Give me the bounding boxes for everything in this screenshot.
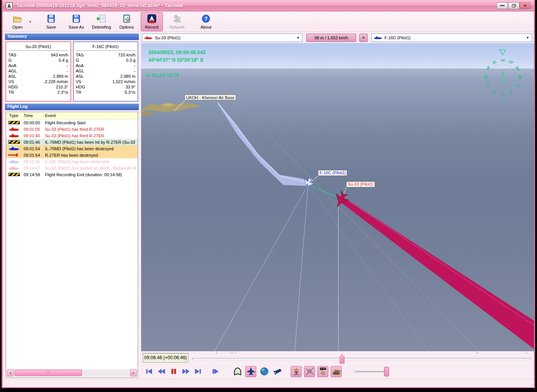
maximize-button[interactable]: [508, 2, 519, 9]
app-icon: [6, 2, 13, 9]
recording-marker-icon: [6, 121, 24, 124]
log-row[interactable]: 09:14:58 Flight Recording End (duration:…: [6, 171, 138, 178]
log-row[interactable]: 09:12:36 F-16C (Pilot1) has been destroy…: [6, 158, 138, 165]
rewind-button[interactable]: [156, 367, 166, 376]
telemetry-header: Telemetry: [5, 34, 139, 40]
faded-blue-aircraft-icon: [6, 159, 24, 164]
telemetry-label: ASL: [8, 74, 16, 79]
column-type: Type: [6, 113, 24, 118]
go-to-start-button[interactable]: [144, 367, 154, 376]
telemetry-label: VS: [8, 79, 14, 84]
telemetry-label: TAS: [76, 52, 84, 58]
camera-coordinates: 44°44'37" N 33°30'18" E: [148, 57, 204, 63]
compass-ring: [490, 64, 516, 90]
debriefing-button[interactable]: Debriefing: [90, 12, 113, 31]
zoom-slider-handle[interactable]: [384, 367, 389, 376]
save-as-button[interactable]: ? Save As: [65, 12, 87, 31]
transport-controls: [141, 365, 534, 378]
telemetry-label: AoA: [76, 63, 84, 68]
su33-label[interactable]: Su-33 (Pilot1): [346, 182, 375, 187]
timeline-slider[interactable]: [192, 352, 532, 365]
telemetry-value: 0.3 g: [126, 58, 135, 63]
titlebar: Tacview-20080419-201218 3go_test2_080419…: [3, 0, 534, 11]
save-button[interactable]: Save: [40, 12, 62, 31]
record-label: Record: [145, 25, 158, 29]
play-button[interactable]: [211, 367, 220, 376]
object-selector-bar: Su-33 (Pilot1) ▼ 98 m / 1,652 km/h + F-1…: [141, 32, 534, 43]
options-button[interactable]: Options: [116, 12, 138, 31]
telemetry-label: AGL: [8, 68, 17, 74]
log-row[interactable]: 09:01:05 Su-33 (Pilot1) has fired R-27ER: [6, 126, 138, 132]
telemetry-label: AoA: [8, 63, 16, 68]
3d-viewport[interactable]: 2004/06/22, 09:06:46.04Z 44°44'37" N 33°…: [141, 43, 534, 351]
show-telemetry-pylons-toggle[interactable]: [291, 366, 302, 377]
flight-log-header: Flight Log: [5, 104, 139, 110]
scroll-right-button[interactable]: ▸: [130, 369, 137, 376]
scrollbar-thumb[interactable]: ⦙⦙: [14, 370, 82, 376]
pause-button[interactable]: [169, 367, 178, 376]
show-labels-toggle[interactable]: [317, 366, 328, 377]
aircraft-view-toggle[interactable]: [245, 366, 256, 377]
log-row[interactable]: 09:01:46 IL-76MD (Pilot1) has been hit b…: [6, 139, 138, 145]
svg-text:?: ?: [76, 14, 78, 18]
minimize-button[interactable]: [497, 2, 508, 9]
cockpit-view-toggle[interactable]: [232, 366, 243, 377]
flight-log-hscrollbar[interactable]: ◂ ⦙⦙ ▸: [7, 369, 137, 376]
telemetry-label: HDG: [76, 84, 85, 90]
left-object-selector[interactable]: Su-33 (Pilot1) ▼: [142, 34, 302, 42]
zoom-slider[interactable]: [355, 366, 389, 377]
globe-view-toggle[interactable]: [259, 366, 270, 377]
about-button[interactable]: ? About: [195, 12, 217, 31]
debriefing-icon: [96, 14, 106, 24]
right-object-selector[interactable]: F-16C (Pilot1) ▼: [371, 34, 532, 42]
close-button[interactable]: ✕: [519, 2, 531, 9]
svg-text:?: ?: [204, 16, 208, 22]
spotlight-view-toggle[interactable]: [272, 366, 283, 377]
log-row[interactable]: 09:01:54 IL-76MD (Pilot1) has been destr…: [6, 145, 138, 152]
left-selector-value: Su-33 (Pilot1): [155, 35, 180, 40]
go-to-end-button[interactable]: [193, 367, 203, 376]
telemetry-value: -: [67, 63, 68, 68]
fast-forward-button[interactable]: [181, 367, 191, 376]
open-dropdown-arrow[interactable]: ▾: [29, 18, 34, 26]
current-time-field[interactable]: 09:06:46 (+00:06:46): [143, 353, 188, 363]
log-row[interactable]: 09:14:47 Su-33 (Pilot1) has landed at UK…: [6, 165, 138, 171]
record-button[interactable]: Record: [141, 12, 163, 31]
log-row[interactable]: 09:01:54 R-27ER has been destroyed: [6, 152, 138, 158]
telemetry-label: G: [8, 58, 12, 63]
scrollbar-track[interactable]: ⦙⦙: [14, 370, 130, 376]
aircraft-pylon-icon: [292, 367, 301, 376]
compass-rose[interactable]: 24 27 30 33 N 3 6 9 12 15 18 21: [481, 48, 525, 99]
scroll-left-button[interactable]: ◂: [7, 369, 14, 376]
timeline-track[interactable]: [192, 358, 531, 360]
left-panel: Telemetry Su-33 (Pilot1) TAS943 km/h G0.…: [3, 32, 141, 379]
log-row[interactable]: 09:00:00 Flight Recording Start: [6, 119, 138, 126]
telemetry-label: VS: [76, 79, 82, 84]
view-panel: Su-33 (Pilot1) ▼ 98 m / 1,652 km/h + F-1…: [141, 32, 534, 379]
network-button: Network: [166, 12, 188, 31]
play-icon: ▶: [146, 72, 150, 77]
f16-label[interactable]: F-16C (Pilot1): [318, 170, 347, 176]
telemetry-label: ASL: [76, 74, 84, 79]
telemetry-value: 33.9°: [125, 84, 135, 90]
distance-speed-button[interactable]: 98 m / 1,652 km/h: [306, 34, 356, 42]
status-bar: [3, 379, 534, 388]
log-row[interactable]: 09:01:40 Su-33 (Pilot1) has fired R-27ER: [6, 132, 138, 139]
flight-log-columns: Type Time Event: [6, 112, 138, 119]
add-view-button[interactable]: +: [359, 34, 368, 42]
chevron-down-icon: ▼: [296, 36, 301, 40]
telemetry-value: 0.3°/s: [125, 90, 135, 95]
save-label: Save: [46, 25, 56, 29]
open-button[interactable]: Open: [6, 12, 29, 31]
fighter-icon: [246, 367, 256, 376]
tank-icon: [332, 367, 341, 376]
column-event: Event: [45, 113, 138, 118]
options-icon: [122, 14, 131, 24]
telemetry-su33-name: Su-33 (Pilot1): [8, 43, 68, 51]
show-ground-objects-toggle[interactable]: [331, 366, 342, 377]
save-as-floppy-icon: ?: [72, 14, 81, 24]
show-trajectories-toggle[interactable]: [304, 366, 315, 377]
hit-marker-icon: [6, 140, 24, 144]
telemetry-value: 2,989 m: [120, 74, 135, 79]
chevron-down-icon: ▼: [526, 36, 530, 40]
